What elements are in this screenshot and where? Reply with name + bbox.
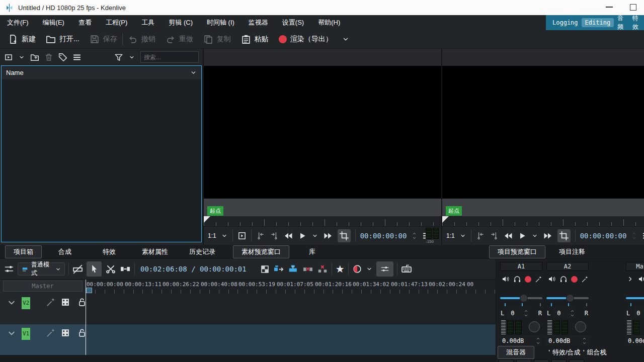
- effects-wand-icon[interactable]: [535, 276, 542, 283]
- bin-empty-list[interactable]: [2, 80, 201, 242]
- mixed-audio-video-icon[interactable]: [72, 264, 83, 275]
- project-monitor-video[interactable]: [442, 66, 644, 199]
- menu-item[interactable]: 时间轴 (I): [200, 16, 242, 29]
- render-button[interactable]: 渲染（导出）: [274, 32, 338, 47]
- bin-menu-icon[interactable]: [72, 53, 82, 62]
- play-chevron-down-icon[interactable]: [531, 231, 538, 240]
- spin-down-icon[interactable]: [523, 313, 529, 318]
- paste-button[interactable]: 粘贴: [236, 32, 274, 47]
- tag-icon[interactable]: [58, 53, 67, 62]
- playhead-marker[interactable]: [442, 216, 449, 223]
- redo-button[interactable]: 重做: [160, 32, 198, 47]
- menu-item[interactable]: 设置(S): [275, 16, 311, 29]
- balance-spinbox[interactable]: 0: [553, 308, 576, 318]
- track-tag[interactable]: V2: [22, 297, 30, 309]
- filter-funnel-icon[interactable]: [114, 53, 123, 62]
- preview-chevron-down-icon[interactable]: [366, 265, 373, 273]
- zone-mode-button[interactable]: [338, 229, 351, 242]
- razor-tool-icon[interactable]: [105, 263, 116, 275]
- balance-spinbox[interactable]: 0: [507, 308, 529, 318]
- zone-marker[interactable]: [86, 288, 92, 293]
- render-chevron-down-icon[interactable]: [342, 35, 350, 43]
- solo-headphones-icon[interactable]: [513, 275, 521, 283]
- volume-slider[interactable]: [546, 294, 589, 302]
- create-folder-icon[interactable]: [30, 53, 39, 62]
- workspace-tab[interactable]: 特效: [630, 13, 644, 32]
- zoom-chevron-down-icon[interactable]: [221, 231, 228, 240]
- menu-item[interactable]: 查看: [71, 16, 99, 29]
- set-in-point-icon[interactable]: [256, 231, 265, 240]
- header-chevron-down-icon[interactable]: [190, 69, 197, 76]
- menu-item[interactable]: 工程(P): [99, 16, 134, 29]
- spin-down-icon[interactable]: [581, 341, 588, 345]
- set-out-point-icon[interactable]: [490, 231, 499, 240]
- tab-undo-history[interactable]: 历史记录: [181, 245, 224, 258]
- workspace-tab-active[interactable]: Editing: [582, 18, 614, 27]
- mute-speaker-icon[interactable]: [502, 275, 510, 283]
- bin-column-header[interactable]: Name: [2, 66, 201, 80]
- selection-tool-button[interactable]: [87, 261, 102, 277]
- channel-title[interactable]: A1: [500, 262, 542, 271]
- menu-item[interactable]: 工具: [134, 16, 162, 29]
- track-effects-wand-icon[interactable]: [46, 328, 56, 338]
- spin-up-icon[interactable]: [523, 309, 529, 313]
- transparency-icon[interactable]: [260, 264, 270, 274]
- timecode-spinner[interactable]: [411, 231, 418, 240]
- edit-mode-combobox[interactable]: 普通模式: [18, 262, 65, 276]
- subtitle-keyboard-icon[interactable]: [401, 263, 412, 275]
- timeline-playhead[interactable]: [86, 280, 86, 355]
- zoom-chevron-down-icon[interactable]: [459, 231, 466, 240]
- spin-up-icon[interactable]: [569, 309, 576, 313]
- play-icon[interactable]: [518, 231, 527, 240]
- tab-mixer[interactable]: 混音器: [498, 346, 534, 359]
- workspace-tab[interactable]: 音频: [615, 13, 629, 32]
- timecode-spinner[interactable]: [631, 231, 637, 240]
- minimize-button[interactable]: [606, 7, 613, 8]
- project-monitor-timecode[interactable]: 00:00:00:00: [580, 232, 627, 240]
- rewind-icon[interactable]: [503, 231, 513, 241]
- tab-effect-stack[interactable]: ＇特效/合成＇组合栈: [537, 346, 615, 359]
- tab-project-notes[interactable]: 项目注释: [550, 245, 594, 258]
- preview-render-icon[interactable]: [352, 264, 362, 274]
- play-chevron-down-icon[interactable]: [311, 231, 318, 240]
- overwrite-zone-icon[interactable]: [288, 263, 299, 275]
- tab-effects[interactable]: 特效: [94, 245, 124, 258]
- slider-knob[interactable]: [566, 294, 574, 302]
- channel-title[interactable]: A2: [546, 262, 589, 271]
- record-icon[interactable]: [571, 276, 578, 283]
- lift-zone-icon[interactable]: [317, 263, 328, 275]
- menu-item[interactable]: 剪辑 (C): [162, 16, 200, 29]
- spin-up-icon[interactable]: [581, 336, 588, 341]
- balance-spinbox[interactable]: 0: [633, 308, 644, 318]
- set-in-point-icon[interactable]: [476, 231, 485, 240]
- collapse-chevron-down-icon[interactable]: [6, 328, 17, 339]
- zoom-level-label[interactable]: 1:1: [208, 232, 216, 239]
- master-track-button[interactable]: Master: [3, 281, 83, 292]
- solo-headphones-icon[interactable]: [559, 275, 568, 283]
- tab-library[interactable]: 库: [300, 245, 324, 258]
- filter-chevron-down-icon[interactable]: [128, 53, 135, 62]
- delete-icon[interactable]: [44, 53, 53, 62]
- spin-down-icon[interactable]: [411, 236, 418, 240]
- track-header-v1[interactable]: V1: [0, 324, 86, 355]
- gain-knob[interactable]: [529, 321, 540, 332]
- open-button[interactable]: 打开...: [41, 32, 85, 47]
- mute-speaker-icon[interactable]: [548, 275, 556, 283]
- tab-clip-monitor[interactable]: 素材预览窗口: [233, 245, 289, 258]
- channel-title[interactable]: Master: [626, 262, 644, 271]
- volume-slider[interactable]: [626, 294, 644, 302]
- rewind-icon[interactable]: [283, 231, 293, 241]
- clip-monitor-timecode[interactable]: 00:00:00:00: [360, 232, 407, 240]
- add-clip-chevron-down-icon[interactable]: [18, 53, 25, 62]
- spin-up-icon[interactable]: [535, 336, 541, 341]
- favorite-effects-icon[interactable]: ★: [336, 264, 345, 274]
- menu-item[interactable]: 文件(F): [0, 16, 36, 29]
- spin-up-icon[interactable]: [411, 231, 418, 236]
- insert-zone-icon[interactable]: [273, 263, 284, 275]
- track-hide-video-icon[interactable]: [60, 297, 70, 307]
- track-lane-v2[interactable]: [86, 294, 496, 324]
- timeline-timecode[interactable]: 00:02:06:08 / 00:00:00:01: [140, 265, 247, 273]
- set-out-point-icon[interactable]: [270, 231, 279, 240]
- clip-monitor-video[interactable]: [204, 66, 441, 199]
- copy-button[interactable]: 复制: [198, 32, 236, 47]
